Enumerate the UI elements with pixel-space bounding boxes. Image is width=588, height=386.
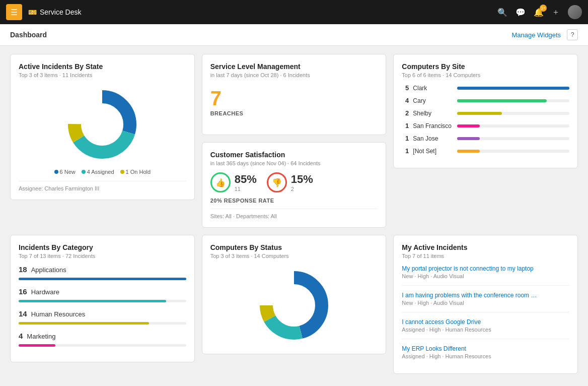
widget-computers-status-subtitle: Top 3 of 3 items · 14 Computers [210,253,378,259]
incident-item-1: I am having problems with the conference… [402,292,569,312]
slm-label: BREACHES [210,110,378,116]
csat-negative: 👎 15% 2 [267,172,313,192]
donut-chart [62,84,142,165]
bar-row-cary: 4 Cary [402,97,569,104]
incident-meta-2: Assigned · High · Human Resources [402,327,569,333]
computers-status-donut [254,265,334,346]
widget-slm-title: Service Level Management [210,62,378,71]
csat-response-rate: 20% RESPONSE RATE [210,198,378,204]
subheader: Dashboard Manage Widgets ? [0,24,588,46]
menu-icon: ☰ [11,8,18,17]
menu-button[interactable]: ☰ [6,4,22,20]
search-icon[interactable]: 🔍 [497,8,507,17]
widget-computers-status: Computers By Status Top 3 of 3 items · 1… [202,235,387,354]
widget-slm-subtitle: in last 7 days (since Oct 28) · 6 Incide… [210,72,378,78]
help-button[interactable]: ? [567,29,578,40]
widget-incidents-category-subtitle: Top 7 of 13 items · 72 Incidents [19,253,186,259]
chat-icon[interactable]: 💬 [516,8,526,17]
widget-my-incidents-subtitle: Top 7 of 11 items [402,253,569,259]
widget-my-incidents: My Active Incidents Top 7 of 11 items My… [393,235,578,374]
manage-widgets-button[interactable]: Manage Widgets [511,31,561,39]
incident-item-0: My portal projector is not connecting to… [402,265,569,286]
cat-row-hr: 14 Human Resources [19,309,186,325]
computers-site-bars: 5 Clark 4 Cary 2 Shelby 1 San Francisco … [402,84,569,155]
cat-row-hardware: 16 Hardware [19,287,186,302]
brand-label: Service Desk [40,8,81,16]
bell-badge: 3+ [540,5,547,12]
svg-point-7 [274,285,314,326]
csat-footer: Sites: All · Departments: All [210,209,378,219]
csat-negative-pct: 15% [291,173,313,186]
bar-row-shelby: 2 Shelby [402,109,569,117]
incidents-list: My portal projector is not connecting to… [402,265,569,365]
widget-slm: Service Level Management in last 7 days … [202,54,387,135]
computers-status-donut-container [210,265,378,346]
widget-incidents-state-footer: Assignee: Charles Farmington III [19,181,186,191]
widget-incidents-state-title: Active Incidents By State [19,62,186,71]
widget-incidents-state-subtitle: Top 3 of 3 items · 11 Incidents [19,72,186,78]
col2-stack: Service Level Management in last 7 days … [202,54,387,228]
widget-incidents-category: Incidents By Category Top 7 of 13 items … [10,235,195,362]
csat-positive-count: 11 [235,186,257,192]
widget-computers-site: Computers By Site Top 6 of 6 items · 14 … [393,54,578,168]
cat-row-applications: 18 Applications [19,265,186,280]
incident-title-2[interactable]: I cannot access Google Drive [402,318,569,326]
bar-row-sanfrancisco: 1 San Francisco [402,122,569,130]
incident-meta-1: New · High · Audio Visual [402,300,569,306]
incidents-category-list: 18 Applications 16 Hardware 14 Human Res… [19,265,186,347]
widget-incidents-state: Active Incidents By State Top 3 of 3 ite… [10,54,195,200]
widget-csat-title: Customer Satisfaction [210,151,378,159]
navbar-icons: 🔍 💬 🔔 3+ ＋ [497,5,582,19]
incident-item-2: I cannot access Google Drive Assigned · … [402,318,569,339]
widget-computers-site-title: Computers By Site [402,62,569,71]
csat-positive-pct: 85% [235,173,257,186]
widget-computers-site-subtitle: Top 6 of 6 items · 14 Computers [402,72,569,78]
user-avatar[interactable] [568,5,582,19]
csat-thumbs-down: 👎 [267,172,287,192]
incident-meta-0: New · High · Audio Visual [402,273,569,279]
csat-negative-count: 2 [291,186,313,192]
incident-meta-3: Assigned · High · Human Resources [402,353,569,359]
csat-row: 👍 85% 11 👎 15% 2 [210,172,378,192]
widget-csat-subtitle: in last 365 days (since Nov 04) · 64 Inc… [210,160,378,166]
brand-icon: 🎫 [28,8,37,16]
cat-row-marketing: 4 Marketing [19,332,186,347]
donut-legend: 6 New 4 Assigned 1 On Hold [54,169,151,175]
incident-title-3[interactable]: My ERP Looks Different [402,345,569,352]
plus-icon[interactable]: ＋ [552,7,560,18]
page-title: Dashboard [10,31,511,39]
incident-item-3: My ERP Looks Different Assigned · High ·… [402,345,569,365]
incident-title-0[interactable]: My portal projector is not connecting to… [402,265,569,272]
widget-my-incidents-title: My Active Incidents [402,243,569,251]
bar-row-notset: 1 [Not Set] [402,147,569,155]
widget-computers-status-title: Computers By Status [210,243,378,251]
csat-thumbs-up: 👍 [210,172,231,192]
svg-point-3 [82,104,122,145]
slm-number: 7 [210,88,378,108]
widget-csat: Customer Satisfaction in last 365 days (… [202,142,387,228]
dashboard-grid: Active Incidents By State Top 3 of 3 ite… [0,46,588,382]
widget-incidents-category-title: Incidents By Category [19,243,186,251]
donut-chart-container: 6 New 4 Assigned 1 On Hold [19,84,186,175]
bell-icon[interactable]: 🔔 3+ [534,8,544,17]
incident-title-1[interactable]: I am having problems with the conference… [402,292,569,299]
bar-row-sanjose: 1 San Jose [402,135,569,142]
bar-row-clark: 5 Clark [402,84,569,92]
brand: 🎫 Service Desk [28,8,81,16]
csat-positive: 👍 85% 11 [210,172,257,192]
navbar: ☰ 🎫 Service Desk 🔍 💬 🔔 3+ ＋ [0,0,588,24]
